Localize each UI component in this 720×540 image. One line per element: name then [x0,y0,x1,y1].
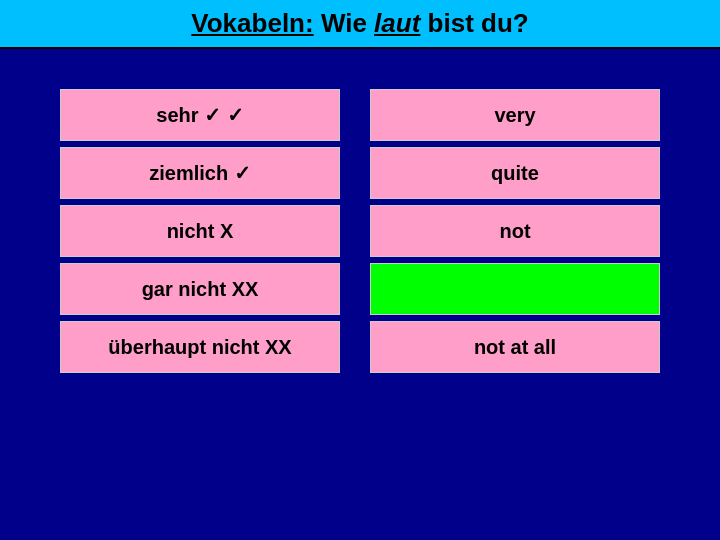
title-vokabeln: Vokabeln: [191,8,313,38]
right-cell-1: quite [370,147,660,199]
table-row: nicht Xnot [60,205,660,257]
table-row: gar nicht XX [60,263,660,315]
table-row: ziemlich ✓quite [60,147,660,199]
content-area: sehr ✓ ✓veryziemlich ✓quitenicht Xnotgar… [0,49,720,393]
left-cell-0: sehr ✓ ✓ [60,89,340,141]
title-bar: Vokabeln: Wie laut bist du? [0,0,720,49]
right-cell-3 [370,263,660,315]
left-cell-4: überhaupt nicht XX [60,321,340,373]
left-cell-3: gar nicht XX [60,263,340,315]
table-row: sehr ✓ ✓very [60,89,660,141]
title-suffix: bist du? [428,8,529,38]
title-wie: Wie [321,8,374,38]
left-cell-2: nicht X [60,205,340,257]
left-cell-1: ziemlich ✓ [60,147,340,199]
table-row: überhaupt nicht XXnot at all [60,321,660,373]
right-cell-0: very [370,89,660,141]
title-laut: laut [374,8,420,38]
right-cell-4: not at all [370,321,660,373]
right-cell-2: not [370,205,660,257]
